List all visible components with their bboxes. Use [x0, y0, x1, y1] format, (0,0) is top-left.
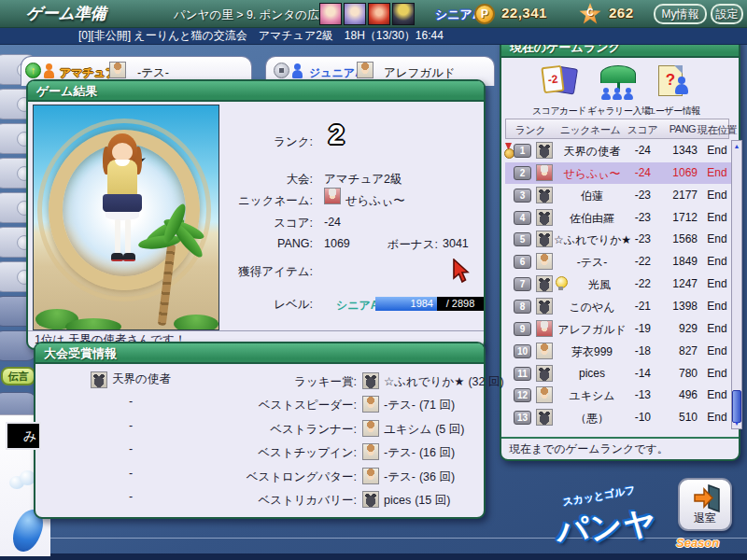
- level-max: 2898: [452, 298, 474, 309]
- recipient-count: (36 回): [419, 470, 455, 483]
- rank-value: 2: [329, 119, 345, 150]
- rank-score: -21: [612, 300, 651, 313]
- rank-position: End: [699, 166, 735, 179]
- recipient-count: (32 回): [468, 375, 503, 388]
- recipient-avatar: [362, 372, 379, 389]
- award-recipient: ユキシム(5 回): [384, 422, 464, 438]
- breadcrumb-location: パンヤの里 > 9. ポンタの広場: [174, 7, 331, 23]
- my-info-button[interactable]: My情報: [654, 4, 707, 24]
- level-rank: シニアA: [336, 298, 379, 314]
- rank-row[interactable]: 8このやん-211398End: [505, 296, 731, 317]
- rank-number: 13: [514, 411, 531, 425]
- rank-row[interactable]: 2せらふぃ〜-241069End: [505, 162, 731, 184]
- rank-row[interactable]: 10芽衣999-18827End: [505, 341, 731, 362]
- rank-table-header: ランク ニックネーム スコア PANG 現在位置: [505, 119, 729, 139]
- recipient-name: ☆ふれでりか★: [384, 375, 464, 388]
- tournament-awards-window: 大会受賞情報 天界の使者ラッキー賞:☆ふれでりか★(32 回)-ベストスピーダー…: [34, 342, 486, 519]
- nickname-label: ニックネーム:: [226, 193, 313, 209]
- award-recipient: -テス-(71 回): [384, 398, 455, 413]
- rank-number: 1: [514, 144, 531, 158]
- settings-button[interactable]: 設定: [711, 4, 743, 24]
- column-nickname: ニックネーム: [551, 123, 629, 137]
- rank-row[interactable]: 6-テス--221849End: [505, 251, 731, 273]
- scroll-down-icon[interactable]: ▼: [732, 418, 741, 428]
- rank-row[interactable]: 12ユキシム-13496End: [505, 385, 731, 406]
- rank-position: End: [699, 322, 735, 335]
- rank-score: -14: [612, 367, 651, 380]
- award-row: -ベストスピーダー:-テス-(71 回): [35, 395, 487, 415]
- rank-score: -10: [612, 411, 651, 424]
- lobby-avatar-2: [344, 3, 366, 25]
- recipient-avatar: [362, 491, 379, 508]
- rank-scrollbar[interactable]: ▲ ▼: [731, 140, 742, 429]
- award-label: ベストロングパター:: [159, 469, 357, 485]
- rank-pang: 496: [653, 388, 698, 401]
- award-recipient: -テス-(36 回): [384, 469, 455, 485]
- award-winner-name: -: [129, 467, 133, 480]
- rank-avatar: [536, 187, 553, 203]
- rank-number: 8: [514, 300, 531, 314]
- recipient-name: -テス-: [384, 470, 416, 483]
- bonus-value: 3041: [443, 237, 469, 250]
- rank-position: End: [699, 411, 735, 424]
- rank-position: End: [699, 277, 735, 290]
- award-winner-name: -: [129, 419, 133, 432]
- scorecard-icon: -2: [541, 63, 578, 101]
- game-screen: ゲーム準備 パンヤの里 > 9. ポンタの広場 シニアA P 22,341 C …: [0, 0, 747, 560]
- rank-row[interactable]: 3伯蓮-232177End: [505, 185, 731, 206]
- user-info-button[interactable]: ? ユーザー情報: [643, 63, 703, 118]
- status-circle-icon: [274, 63, 289, 78]
- score-value: -24: [324, 216, 341, 229]
- award-row: -ベストチップイン:-テス-(16 回): [35, 442, 487, 463]
- pang-label: PANG:: [226, 237, 313, 250]
- award-winner-name: -: [129, 442, 133, 455]
- cookie-star-icon: C: [579, 3, 601, 25]
- award-label: ベストリカバリー:: [159, 493, 357, 509]
- rank-number: 7: [514, 277, 531, 291]
- tournament-value: アマチュア2級: [324, 172, 402, 188]
- recipient-name: pices: [384, 494, 411, 507]
- rank-position: End: [699, 388, 735, 401]
- score-label: スコア:: [226, 216, 313, 231]
- chat-input[interactable]: み: [6, 422, 41, 450]
- rank-row[interactable]: 4佐伯由羅-231712End: [505, 207, 731, 229]
- column-rank: ランク: [510, 123, 551, 137]
- lobby-avatar-1: [319, 3, 342, 25]
- rank-number: 9: [514, 322, 531, 336]
- rank-avatar: [536, 142, 553, 159]
- lightbulb-icon: [555, 276, 567, 291]
- rank-number: 10: [514, 344, 531, 358]
- rank-pang: 2177: [653, 189, 698, 202]
- recipient-count: (5 回): [435, 423, 464, 436]
- award-winner-name: -: [129, 395, 133, 408]
- rank-score: -13: [612, 388, 651, 401]
- rank-score: -22: [612, 255, 651, 268]
- recipient-name: -テス-: [384, 399, 416, 412]
- cloud-decoration: [9, 470, 35, 491]
- room-info-bar: [0][非公開] えーりんと猫の交流会 アマチュア2級 18H（13/30）16…: [0, 28, 747, 45]
- level-max-box: / 2898: [437, 297, 484, 311]
- gallery-entry-button[interactable]: ギャラリー入場: [587, 63, 647, 118]
- rank-row[interactable]: 1天界の使者-241343End: [505, 140, 731, 161]
- message-button[interactable]: 伝言: [1, 367, 35, 385]
- rank-row[interactable]: 9アレフガルド-19929End: [505, 318, 731, 340]
- scroll-up-icon[interactable]: ▲: [732, 141, 741, 151]
- award-recipient: -テス-(16 回): [384, 445, 455, 461]
- pang-coin-icon: P: [474, 4, 495, 24]
- rank-score: -23: [612, 211, 651, 224]
- recipient-avatar: [362, 468, 379, 484]
- rank-score: -19: [612, 322, 651, 335]
- rank-position: End: [699, 144, 735, 157]
- rank-pang: 827: [653, 344, 698, 357]
- rank-number: 2: [514, 166, 531, 180]
- rank-position: End: [699, 189, 735, 202]
- slot-avatar: [357, 62, 374, 78]
- exit-room-button[interactable]: 退室: [678, 478, 732, 531]
- rank-avatar: [536, 320, 553, 337]
- rank-row[interactable]: 7光風-221247End: [505, 273, 731, 295]
- rank-row[interactable]: 11pices-14780End: [505, 363, 731, 385]
- scorecard-button[interactable]: -2 スコアカード: [529, 63, 589, 118]
- rank-row[interactable]: 13（悪）-10510End: [505, 407, 731, 428]
- game-rank-panel: 現在のゲームランク -2 スコアカード ギャラリー入場 ? ユーザー情: [500, 35, 740, 461]
- rank-row[interactable]: 5☆ふれでりか★-231568End: [505, 229, 731, 250]
